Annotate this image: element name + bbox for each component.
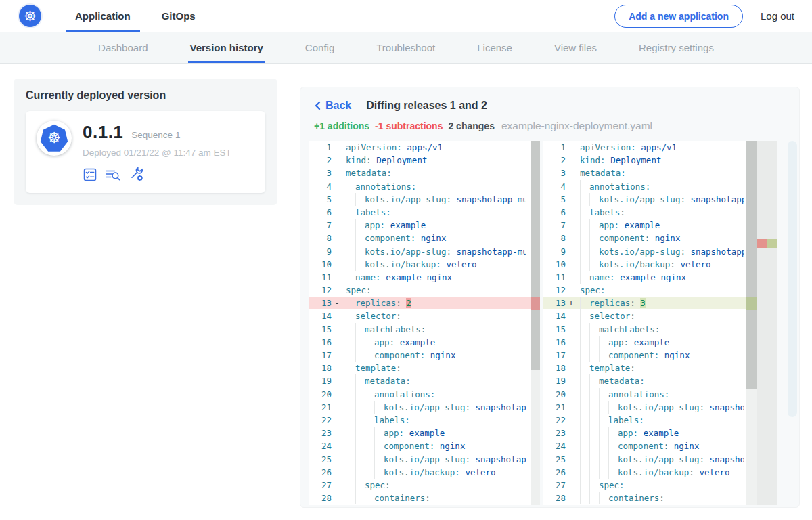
preflight-results-icon[interactable] (105, 167, 121, 182)
diff-line: 3metadata: (543, 167, 777, 179)
left-scrollbar-thumb[interactable] (531, 141, 540, 370)
tab-application[interactable]: Application (66, 0, 140, 32)
add-application-button[interactable]: Add a new application (614, 5, 743, 28)
deployed-version-tile: ☸ 0.1.1 Sequence 1 Deployed 01/21/22 @ 1… (26, 111, 265, 193)
diff-pane-original: 1apiVersion: apps/v12kind: Deployment3me… (309, 141, 540, 505)
diff-line: 21kots.io/app-slug: snapshotap (543, 401, 777, 414)
diff-line: 4annotations: (309, 180, 540, 193)
diff-line: 1apiVersion: apps/v1 (543, 141, 777, 154)
diff-header: Back Diffing releases 1 and 2 (314, 98, 786, 113)
wheel-glyph: ☸ (24, 9, 37, 23)
diff-line: 25kots.io/app-slug: snapshotap (309, 453, 540, 466)
diff-container-scrollbar[interactable] (788, 141, 797, 417)
diff-line: 1apiVersion: apps/v1 (309, 141, 540, 154)
diff-line: 16app: example (309, 336, 540, 349)
diff-line: 25kots.io/app-slug: snapshotap (543, 453, 777, 466)
diff-line: 18template: (309, 362, 540, 374)
config-icon[interactable] (129, 167, 144, 182)
version-number: 0.1.1 (83, 122, 123, 143)
diff-line: 28containers: (543, 492, 777, 504)
app-kubernetes-icon: ☸ (37, 121, 72, 156)
subnav-config[interactable]: Config (304, 32, 336, 63)
app-tabs: Application GitOps (66, 0, 217, 32)
diff-line: 6labels: (309, 206, 540, 219)
subnav-troubleshoot[interactable]: Troubleshoot (375, 32, 436, 63)
diff-line: 16app: example (543, 336, 777, 349)
top-header: ☸ Application GitOps Add a new applicati… (0, 0, 812, 32)
diff-line: 9kots.io/app-slug: snapshotapp-mu (309, 245, 540, 258)
logout-link[interactable]: Log out (761, 10, 794, 22)
diff-editor: 1apiVersion: apps/v12kind: Deployment3me… (309, 141, 799, 505)
kubernetes-logo-icon: ☸ (19, 5, 41, 27)
back-button[interactable]: Back (314, 100, 351, 112)
changes-count: 2 changes (448, 121, 494, 131)
diff-filename: example-nginx-deployment.yaml (501, 120, 652, 132)
sequence-label: Sequence 1 (131, 130, 180, 140)
diff-line: 2kind: Deployment (543, 154, 777, 167)
ruler-deletion-mark (757, 239, 767, 248)
modified-code: 1apiVersion: apps/v12kind: Deployment3me… (543, 141, 777, 504)
diff-line: 19metadata: (309, 374, 540, 387)
diff-line: 6labels: (543, 206, 777, 219)
left-deletion-marker (531, 297, 540, 310)
tab-gitops[interactable]: GitOps (152, 0, 205, 32)
chevron-left-icon (314, 101, 321, 110)
header-actions: Add a new application Log out (614, 5, 794, 28)
diff-line: 3metadata: (309, 167, 540, 179)
diff-line: 15matchLabels: (309, 323, 540, 336)
diff-line: 13-replicas: 2 (309, 297, 540, 309)
diff-line: 24component: nginx (543, 439, 777, 452)
right-addition-marker (746, 297, 757, 310)
ruler-addition-mark (767, 239, 777, 248)
diff-card: Back Diffing releases 1 and 2 +1 additio… (300, 87, 800, 508)
diff-line: 26kots.io/backup: velero (543, 466, 777, 479)
subnav-dashboard[interactable]: Dashboard (97, 32, 149, 63)
diff-line: 27spec: (309, 479, 540, 492)
diff-line: 22labels: (543, 414, 777, 427)
version-action-icons (83, 167, 231, 182)
release-notes-icon[interactable] (83, 167, 97, 182)
diff-line: 12spec: (309, 284, 540, 297)
deployed-details: 0.1.1 Sequence 1 Deployed 01/21/22 @ 11:… (83, 121, 231, 182)
diff-line: 5kots.io/app-slug: snapshotapp-mu (309, 193, 540, 206)
app-subnav: Dashboard Version history Config Trouble… (0, 32, 812, 64)
diff-line: 14selector: (309, 309, 540, 322)
diff-line: 8component: nginx (543, 232, 777, 244)
diff-line: 22labels: (309, 414, 540, 427)
diff-line: 4annotations: (543, 180, 777, 193)
diff-line: 20annotations: (309, 388, 540, 401)
diff-line: 26kots.io/backup: velero (309, 466, 540, 479)
deployed-timestamp: Deployed 01/21/22 @ 11:47 am EST (83, 148, 231, 158)
diff-title: Diffing releases 1 and 2 (366, 100, 487, 112)
diff-line: 18template: (543, 362, 777, 374)
diff-line: 17component: nginx (543, 349, 777, 362)
subnav-registry-settings[interactable]: Registry settings (637, 32, 715, 63)
diff-line: 2kind: Deployment (309, 154, 540, 167)
subtractions-count: -1 subtractions (375, 121, 443, 131)
diff-line: 10kots.io/backup: velero (543, 258, 777, 271)
diff-line: 5kots.io/app-slug: snapshotapp-mu (543, 193, 777, 206)
additions-count: +1 additions (314, 121, 369, 131)
diff-line: 12spec: (543, 284, 777, 297)
diff-line: 20annotations: (543, 388, 777, 401)
right-scrollbar-thumb[interactable] (746, 141, 757, 389)
diff-line: 7app: example (309, 219, 540, 232)
diff-line: 23app: example (309, 427, 540, 439)
kots-admin-console: ☸ Application GitOps Add a new applicati… (0, 0, 812, 520)
diff-line: 24component: nginx (309, 439, 540, 452)
diff-line: 19metadata: (543, 374, 777, 387)
subnav-view-files[interactable]: View files (553, 32, 598, 63)
currently-deployed-card: Currently deployed version ☸ 0.1.1 Seque… (14, 79, 277, 205)
diff-stats: +1 additions -1 subtractions 2 changes e… (314, 120, 786, 132)
diff-line: 8component: nginx (309, 232, 540, 244)
diff-line: 17component: nginx (309, 349, 540, 362)
overview-ruler (757, 141, 777, 505)
diff-pane-modified: 1apiVersion: apps/v12kind: Deployment3me… (543, 141, 777, 505)
diff-line: 10kots.io/backup: velero (309, 258, 540, 271)
subnav-license[interactable]: License (476, 32, 514, 63)
diff-line: 11name: example-nginx (543, 271, 777, 284)
deployed-card-title: Currently deployed version (26, 89, 265, 102)
subnav-version-history[interactable]: Version history (188, 32, 264, 63)
diff-line: 14selector: (543, 309, 777, 322)
diff-line: 28containers: (309, 492, 540, 504)
